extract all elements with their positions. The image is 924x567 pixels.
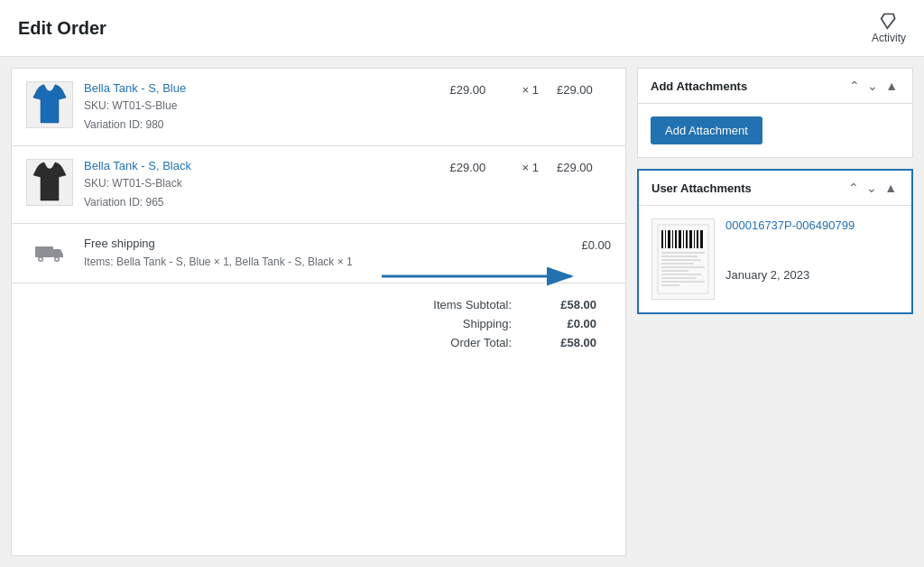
attachment-doc-svg	[656, 223, 710, 295]
black-tank-svg	[32, 161, 68, 204]
svg-rect-12	[679, 230, 681, 248]
item-2-image	[26, 159, 73, 206]
item-1-name[interactable]: Bella Tank - S, Blue	[84, 81, 186, 95]
subtotal-label: Items Subtotal:	[433, 298, 512, 311]
item-1-price: £29.00	[450, 83, 504, 97]
user-attachments-body: 000016737P-006490799 January 2, 2023	[639, 206, 911, 312]
order-total-value: £58.00	[533, 336, 596, 349]
subtotal-row: Items Subtotal: £58.00	[12, 298, 611, 311]
item-2-qty: × 1	[522, 161, 539, 174]
shipping-method-label: Free shipping	[84, 237, 570, 250]
truck-svg	[35, 243, 64, 263]
add-attachments-header: Add Attachments ⌃ ⌄ ▲	[638, 69, 912, 104]
svg-rect-18	[700, 230, 703, 248]
item-1-qty: × 1	[522, 83, 539, 97]
svg-rect-13	[683, 230, 684, 248]
item-2-name[interactable]: Bella Tank - S, Black	[84, 159, 191, 172]
attachment-info: 000016737P-006490799 January 2, 2023	[725, 218, 899, 282]
svg-rect-21	[661, 259, 701, 261]
activity-label: Activity	[872, 32, 906, 44]
item-2-variation: Variation ID: 965	[84, 194, 439, 210]
item-2-details: Bella Tank - S, Black SKU: WT01-S-Black …	[84, 159, 439, 210]
add-attachments-panel: Add Attachments ⌃ ⌄ ▲ Add Attachment	[637, 68, 913, 158]
item-1-total: £29.00	[557, 83, 611, 97]
main-layout: Bella Tank - S, Blue SKU: WT01-S-Blue Va…	[0, 57, 924, 567]
shipping-total-value: £0.00	[533, 317, 596, 330]
user-attachments-panel: User Attachments ⌃ ⌄ ▲	[637, 169, 913, 314]
item-2-pricing: £29.00 × 1 £29.00	[450, 159, 611, 174]
panel-move-up-button[interactable]: ⌃	[847, 78, 862, 94]
item-1-pricing: £29.00 × 1 £29.00	[450, 81, 611, 97]
attachment-date: January 2, 2023	[725, 268, 899, 282]
item-1-variation: Variation ID: 980	[84, 116, 439, 133]
item-1-details: Bella Tank - S, Blue SKU: WT01-S-Blue Va…	[84, 81, 439, 133]
blue-tank-svg	[32, 83, 68, 126]
svg-rect-14	[686, 230, 688, 248]
add-attachments-controls: ⌃ ⌄ ▲	[847, 78, 900, 94]
svg-rect-8	[665, 230, 666, 248]
attachment-filename[interactable]: 000016737P-006490799	[725, 218, 855, 232]
svg-point-3	[40, 258, 42, 261]
item-1-image	[26, 81, 73, 128]
user-panel-collapse-button[interactable]: ▲	[882, 180, 899, 196]
item-2-price: £29.00	[450, 161, 504, 174]
svg-rect-15	[689, 230, 692, 248]
activity-icon	[880, 12, 898, 30]
shipping-row: Free shipping Items: Bella Tank - S, Blu…	[12, 224, 625, 284]
attachment-thumbnail	[651, 218, 715, 300]
svg-rect-9	[668, 230, 670, 248]
panel-move-down-button[interactable]: ⌄	[865, 78, 880, 94]
user-panel-move-down-button[interactable]: ⌄	[864, 180, 879, 196]
svg-rect-17	[697, 230, 698, 248]
add-attachment-button[interactable]: Add Attachment	[651, 116, 762, 144]
shipping-total-label: Shipping:	[463, 317, 512, 330]
user-attachments-header: User Attachments ⌃ ⌄ ▲	[639, 171, 911, 206]
right-sidebar: Add Attachments ⌃ ⌄ ▲ Add Attachment Use…	[626, 57, 924, 567]
panel-collapse-button[interactable]: ▲	[883, 78, 900, 94]
svg-rect-23	[661, 266, 705, 268]
order-total-row: Order Total: £58.00	[12, 336, 611, 349]
svg-rect-7	[661, 230, 663, 248]
shipping-items-text: Items: Bella Tank - S, Blue × 1, Bella T…	[84, 254, 570, 270]
order-item-2: Bella Tank - S, Black SKU: WT01-S-Black …	[12, 146, 625, 224]
user-attachments-title: User Attachments	[651, 181, 752, 195]
svg-rect-16	[694, 230, 695, 248]
activity-button[interactable]: Activity	[872, 12, 906, 44]
add-attachments-body: Add Attachment	[638, 104, 912, 157]
user-panel-move-up-button[interactable]: ⌃	[846, 180, 861, 196]
order-item-1: Bella Tank - S, Blue SKU: WT01-S-Blue Va…	[12, 69, 625, 146]
shipping-icon	[26, 237, 73, 269]
svg-rect-22	[661, 263, 694, 265]
item-2-total: £29.00	[557, 161, 611, 174]
item-2-sku: SKU: WT01-S-Black	[84, 175, 439, 191]
page-title: Edit Order	[18, 18, 106, 39]
svg-rect-25	[661, 274, 701, 275]
svg-rect-27	[661, 281, 705, 283]
totals-section: Items Subtotal: £58.00 Shipping: £0.00 O…	[12, 284, 625, 369]
svg-point-4	[56, 258, 59, 261]
subtotal-value: £58.00	[533, 298, 596, 311]
svg-rect-0	[35, 246, 53, 257]
attachment-item: 000016737P-006490799 January 2, 2023	[651, 218, 899, 300]
svg-rect-20	[661, 256, 698, 257]
svg-rect-28	[661, 284, 679, 286]
svg-rect-26	[661, 277, 696, 279]
shipping-price: £0.00	[581, 237, 611, 252]
item-1-sku: SKU: WT01-S-Blue	[84, 98, 439, 114]
add-attachments-title: Add Attachments	[651, 79, 747, 93]
shipping-total-row: Shipping: £0.00	[12, 317, 611, 330]
order-total-label: Order Total:	[450, 336, 512, 349]
order-items-panel: Bella Tank - S, Blue SKU: WT01-S-Blue Va…	[11, 68, 626, 556]
svg-rect-10	[672, 230, 673, 248]
svg-rect-19	[661, 252, 705, 254]
svg-rect-24	[661, 270, 688, 272]
user-attachments-controls: ⌃ ⌄ ▲	[846, 180, 899, 196]
svg-rect-11	[675, 230, 677, 248]
shipping-details: Free shipping Items: Bella Tank - S, Blu…	[84, 237, 570, 270]
top-bar: Edit Order Activity	[0, 0, 924, 57]
